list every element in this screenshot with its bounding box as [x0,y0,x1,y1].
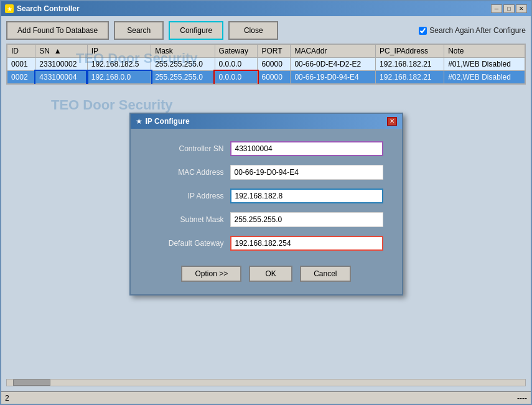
col-mask: Mask [151,45,215,58]
ip-configure-dialog: ★ IP Configure ✕ Controller SN MAC Addre… [129,113,403,296]
window-icon: ★ [5,4,14,13]
window-body: TEO Door Security TEO Door Security Add … [1,16,531,391]
dialog-buttons: Option >> OK Cancel [149,259,383,284]
col-port: PORT [258,45,291,58]
configure-button[interactable]: Configure [169,21,223,40]
table-cell: 0.0.0.0 [215,71,258,84]
table-cell: 00-66-19-D0-94-E4 [291,71,376,84]
mac-address-label: MAC Address [149,168,224,177]
table-cell: 60000 [258,58,291,71]
table-cell: 192.168.182.5 [87,58,151,71]
title-controls: ─ □ ✕ [491,4,527,13]
ip-address-row: IP Address [149,189,383,203]
toolbar-right: Search Again After Configure [419,26,526,35]
ip-address-input[interactable] [230,189,383,203]
restore-button[interactable]: □ [503,4,515,13]
scrollbar-thumb[interactable] [13,379,50,386]
default-gateway-label: Default Gateway [149,239,224,248]
subnet-mask-input[interactable] [230,212,383,227]
table-cell: 0002 [7,71,35,84]
title-bar: ★ Search Controller ─ □ ✕ [1,1,531,16]
toolbar: Add Found To Database Search Configure C… [6,21,526,40]
add-found-button[interactable]: Add Found To Database [6,21,109,40]
dialog-title-bar: ★ IP Configure ✕ [131,114,402,129]
table-cell: 233100002 [35,58,87,71]
search-button[interactable]: Search [114,21,164,40]
table-cell: 433100004 [35,71,87,84]
ip-address-label: IP Address [149,192,224,200]
table-cell: #01,WEB Disabled [444,58,525,71]
table-cell: #02,WEB Disabled [444,71,525,84]
horizontal-scrollbar[interactable] [6,379,526,386]
col-note: Note [444,45,525,58]
status-left: 2 [5,394,9,403]
col-gateway: Gateway [215,45,258,58]
default-gateway-input[interactable] [230,236,383,251]
dialog-icon: ★ [136,117,142,126]
table-cell: 60000 [258,71,291,84]
table-cell: 192.168.0.0 [87,71,151,84]
status-right: ---- [517,394,527,403]
table-row[interactable]: 0002433100004192.168.0.0255.255.255.00.0… [7,71,525,84]
option-button[interactable]: Option >> [181,266,241,282]
col-mac: MACAddr [291,45,376,58]
mac-address-row: MAC Address [149,165,383,180]
minimize-button[interactable]: ─ [491,4,502,13]
table-cell: 0.0.0.0 [215,58,258,71]
search-again-checkbox[interactable] [419,27,427,35]
close-button[interactable]: ✕ [516,4,527,13]
dialog-close-button[interactable]: ✕ [387,117,397,126]
col-id: ID [7,45,35,58]
cancel-button[interactable]: Cancel [300,266,350,282]
main-window: ★ Search Controller ─ □ ✕ TEO Door Secur… [0,0,532,405]
subnet-mask-label: Subnet Mask [149,215,224,224]
dialog-body: Controller SN MAC Address IP Address [131,129,402,294]
search-again-label: Search Again After Configure [429,26,526,35]
table-cell: 255.255.255.0 [151,71,215,84]
table-cell: 192.168.182.21 [376,71,444,84]
table-header-row: ID SN ▲ IP Mask Gateway PORT MACAddr PC_… [7,45,525,58]
default-gateway-row: Default Gateway [149,236,383,251]
mac-address-input[interactable] [230,165,383,180]
table-row[interactable]: 0001233100002192.168.182.5255.255.255.00… [7,58,525,71]
results-table-container: ID SN ▲ IP Mask Gateway PORT MACAddr PC_… [6,44,526,85]
table-cell: 192.168.182.21 [376,58,444,71]
controller-sn-row: Controller SN [149,141,383,156]
table-cell: 255.255.255.0 [151,58,215,71]
dialog-title-text: IP Configure [146,117,190,126]
subnet-mask-row: Subnet Mask [149,212,383,227]
title-bar-left: ★ Search Controller [5,4,80,13]
dialog-title-left: ★ IP Configure [136,117,190,126]
controller-sn-input[interactable] [230,141,383,156]
search-again-checkbox-label[interactable]: Search Again After Configure [419,26,526,35]
controller-sn-label: Controller SN [149,144,224,153]
col-sn: SN ▲ [35,45,87,58]
col-pcip: PC_IPAddress [376,45,444,58]
close-button[interactable]: Close [228,21,278,40]
col-ip: IP [87,45,151,58]
table-cell: 0001 [7,58,35,71]
watermark-2: TEO Door Security [51,97,173,113]
table-cell: 00-66-0D-E4-D2-E2 [291,58,376,71]
status-bar: 2 ---- [1,391,531,404]
ok-button[interactable]: OK [249,266,292,282]
results-table: ID SN ▲ IP Mask Gateway PORT MACAddr PC_… [7,44,525,84]
window-title: Search Controller [17,4,80,13]
